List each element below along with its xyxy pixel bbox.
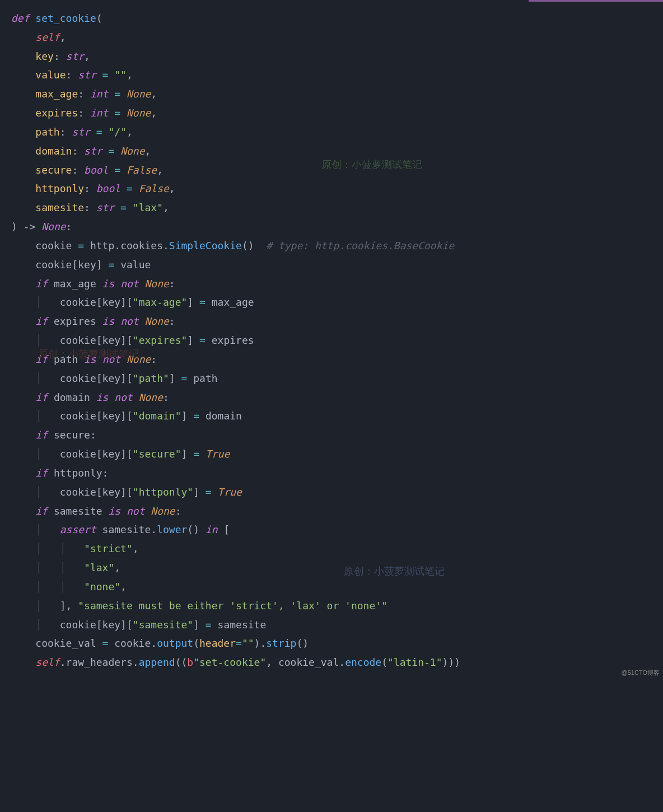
code-line: self, (11, 31, 66, 43)
code-line: │ cookie[key]["domain"] = domain (11, 410, 242, 422)
code-line: key: str, (11, 50, 90, 62)
code-line: │ cookie[key]["httponly"] = True (11, 486, 242, 498)
code-block: def set_cookie( self, key: str, value: s… (11, 9, 663, 672)
code-line: if expires is not None: (11, 315, 175, 327)
top-accent-bar (529, 0, 663, 2)
code-line: │ cookie[key]["secure"] = True (11, 448, 230, 460)
code-line: self.raw_headers.append((b"set-cookie", … (11, 656, 460, 668)
code-line: if secure: (11, 429, 96, 441)
code-line: │ │ "lax", (11, 562, 120, 573)
code-line: samesite: str = "lax", (11, 202, 169, 213)
code-line: if max_age is not None: (11, 278, 175, 290)
code-line: if httponly: (11, 467, 108, 479)
code-line: expires: int = None, (11, 107, 157, 119)
code-line: path: str = "/", (11, 126, 133, 138)
code-line: cookie = http.cookies.SimpleCookie() # t… (11, 240, 454, 251)
code-line: │ │ "strict", (11, 543, 139, 554)
code-line: secure: bool = False, (11, 164, 163, 176)
code-line: domain: str = None, (11, 145, 151, 157)
code-line: def set_cookie( (11, 12, 102, 24)
code-line: max_age: int = None, (11, 88, 157, 100)
code-line: ) -> None: (11, 221, 72, 232)
code-line: │ ], "samesite must be either 'strict', … (11, 600, 387, 612)
code-line: cookie[key] = value (11, 259, 151, 270)
code-line: if domain is not None: (11, 391, 169, 403)
code-line: │ │ "none", (11, 581, 127, 592)
code-line: │ cookie[key]["expires"] = expires (11, 334, 254, 346)
code-line: if path is not None: (11, 353, 157, 365)
code-line: httponly: bool = False, (11, 183, 175, 194)
footer-attribution: @51CTO博客 (622, 667, 660, 679)
code-line: cookie_val = cookie.output(header="").st… (11, 637, 309, 649)
code-line: │ cookie[key]["path"] = path (11, 372, 218, 384)
code-line: value: str = "", (11, 69, 133, 81)
code-line: │ cookie[key]["max-age"] = max_age (11, 296, 254, 308)
code-line: │ assert samesite.lower() in [ (11, 524, 230, 535)
code-line: │ cookie[key]["samesite"] = samesite (11, 619, 266, 631)
code-line: if samesite is not None: (11, 505, 181, 517)
